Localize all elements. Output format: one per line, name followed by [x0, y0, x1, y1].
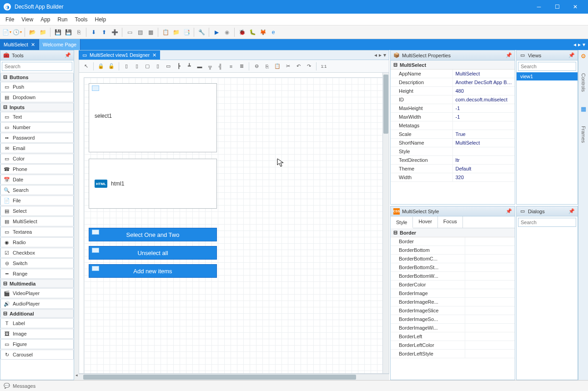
style-value[interactable] [465, 272, 515, 280]
open-button[interactable]: 📂 [27, 27, 37, 37]
new-button[interactable]: 📄 [2, 27, 12, 37]
style-value[interactable] [465, 306, 515, 315]
tool-item-textarea[interactable]: ▭Textarea [0, 227, 74, 237]
align-h-button[interactable]: ┣ [174, 61, 184, 71]
style-value[interactable] [465, 332, 515, 341]
gear-icon[interactable]: ⚙ [581, 53, 586, 60]
grid1-button[interactable]: ▤ [135, 27, 145, 37]
style-row[interactable]: BorderColor [391, 281, 515, 289]
gutter-left[interactable]: ◂ [74, 50, 79, 380]
debug-button[interactable]: 🐞 [237, 27, 247, 37]
design-html1[interactable]: HTML html1 [89, 159, 217, 209]
bug-button[interactable]: 🐛 [247, 27, 257, 37]
lock-button[interactable]: 🔒 [96, 61, 106, 71]
tool-item-phone[interactable]: ☎Phone [0, 164, 74, 174]
minimize-button[interactable]: ─ [530, 0, 548, 14]
style-row[interactable]: BorderBottom [391, 246, 515, 255]
side-tab-controls[interactable]: Controls [581, 73, 586, 92]
style-list[interactable]: ⊟Border BorderBorderBottomBorderBottomC.… [391, 228, 515, 380]
style-value[interactable] [465, 281, 515, 289]
prev-icon[interactable]: ◂ [374, 52, 377, 58]
firefox-button[interactable]: 🦊 [258, 27, 268, 37]
tool-item-multiselect[interactable]: ▤MultiSelect [0, 216, 74, 226]
tools-list[interactable]: ⊟Buttons▭Push▤Dropdown⊟Inputs▭Text▭Numbe… [0, 72, 74, 378]
tool-item-range[interactable]: ━Range [0, 269, 74, 279]
design-select1[interactable]: select1 [89, 83, 217, 152]
menu-tools[interactable]: Tools [71, 15, 91, 24]
property-row[interactable]: IDcom.decsoft.multiselect [391, 95, 515, 104]
property-row[interactable]: TextDirectionltr [391, 156, 515, 165]
view-item-view1[interactable]: view1 [517, 72, 578, 80]
menu-file[interactable]: File [2, 15, 18, 24]
style-value[interactable] [465, 341, 515, 349]
save-button[interactable]: 💾 [53, 27, 63, 37]
status-messages-label[interactable]: Messages [13, 383, 35, 389]
tool-item-color[interactable]: ▭Color [0, 154, 74, 164]
next-icon[interactable]: ▸ [379, 52, 382, 58]
close-button[interactable]: ✕ [566, 0, 584, 14]
history-button[interactable]: 🕓 [12, 27, 22, 37]
align-9-button[interactable]: ≣ [236, 61, 246, 71]
add-button[interactable]: ➕ [110, 27, 120, 37]
menu-app[interactable]: App [37, 15, 54, 24]
unlock-button[interactable]: 🔓 [106, 61, 116, 71]
cut-button[interactable]: ✂ [283, 61, 293, 71]
undo-button[interactable]: ↶ [293, 61, 303, 71]
menu-view[interactable]: View [18, 15, 37, 24]
property-value[interactable] [453, 147, 515, 155]
pointer-button[interactable]: ↖ [81, 61, 91, 71]
tool-item-push[interactable]: ▭Push [0, 82, 74, 92]
design-btn-select-one-two[interactable]: Select One and Two [89, 228, 217, 241]
design-btn-unselect-all[interactable]: Unselect all [89, 246, 217, 260]
property-row[interactable]: MaxHeight-1 [391, 104, 515, 113]
close-icon[interactable]: ✕ [31, 42, 35, 48]
style-value[interactable] [465, 298, 515, 306]
copy2-button[interactable]: ⎘ [262, 61, 272, 71]
tool-item-number[interactable]: ▭Number [0, 122, 74, 132]
pin-icon[interactable]: 📌 [568, 52, 575, 58]
properties-grid[interactable]: ⊟MultiSelect AppNameMultiSelectDescripti… [391, 60, 515, 204]
property-value[interactable]: True [453, 130, 515, 138]
tool-item-date[interactable]: 📅Date [0, 175, 74, 185]
style-row[interactable]: Border [391, 237, 515, 246]
paste-button[interactable]: 📋 [272, 61, 282, 71]
tab-focus[interactable]: Focus [438, 216, 463, 228]
align-bottom-button[interactable]: ▭ [163, 61, 173, 71]
tab-style[interactable]: Style [391, 216, 413, 228]
tool-item-email[interactable]: ✉Email [0, 143, 74, 153]
run-button[interactable]: ▶ [211, 27, 221, 37]
style-row[interactable]: BorderImageSlice [391, 306, 515, 315]
canvas-hscroll[interactable] [79, 374, 389, 380]
open-folder-button[interactable]: 📁 [38, 27, 48, 37]
canvas-vscroll[interactable] [382, 73, 389, 373]
property-value[interactable]: 320 [453, 173, 515, 181]
maximize-button[interactable]: ☐ [548, 0, 566, 14]
style-value[interactable] [465, 324, 515, 332]
property-value[interactable]: MultiSelect [453, 70, 515, 78]
dialogs-list[interactable] [517, 228, 578, 380]
property-row[interactable]: Width320 [391, 173, 515, 182]
align-6-button[interactable]: ╦ [205, 61, 215, 71]
side-tab-frames[interactable]: Frames [581, 126, 586, 143]
messages-icon[interactable]: 💬 [4, 383, 10, 389]
tool-group[interactable]: ⊟Multimedia [0, 279, 74, 288]
tool-item-image[interactable]: 🖼Image [0, 329, 74, 339]
design-btn-add-new-items[interactable]: Add new items [89, 264, 217, 278]
style-value[interactable] [465, 237, 515, 246]
property-row[interactable]: Height480 [391, 87, 515, 95]
align-left-button[interactable]: ▯ [121, 61, 131, 71]
style-value[interactable] [465, 255, 515, 263]
style-row[interactable]: BorderBottomSt... [391, 263, 515, 272]
tools-search-input[interactable] [2, 62, 72, 71]
pin-icon[interactable]: 📌 [65, 52, 71, 58]
style-row[interactable]: BorderLeftColor [391, 341, 515, 350]
pin-icon[interactable]: 📌 [506, 52, 512, 58]
delete-button[interactable]: ⊖ [251, 61, 261, 71]
tool-item-switch[interactable]: ⊝Switch [0, 258, 74, 268]
tab-next-icon[interactable]: ▸ [578, 41, 581, 48]
tab-prev-icon[interactable]: ◂ [573, 41, 576, 48]
style-value[interactable] [465, 289, 515, 297]
export-button[interactable]: ⬆ [99, 27, 109, 37]
style-value[interactable] [465, 263, 515, 271]
property-row[interactable]: DescriptionAnother DecSoft App Builder [391, 78, 515, 87]
